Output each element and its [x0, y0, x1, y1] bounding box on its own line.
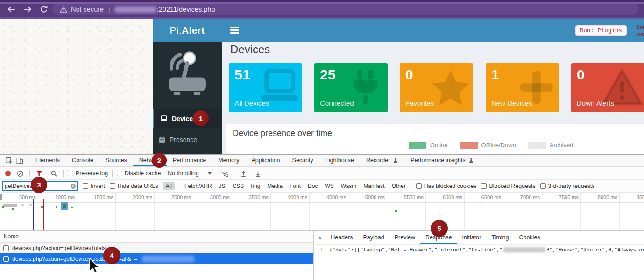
close-icon[interactable]: ×	[318, 235, 322, 241]
timeline-tick-6500ms: 6500 ms	[465, 193, 503, 231]
page-title: Devices	[230, 43, 270, 56]
devtools-tab-lighthouse[interactable]: Lighthouse	[319, 155, 360, 166]
clear-filter-icon[interactable]: ×	[71, 184, 76, 189]
device-toolbar-icon[interactable]	[14, 156, 24, 166]
filter-chip-css[interactable]: CSS	[230, 182, 247, 190]
filter-chip-doc[interactable]: Doc	[305, 182, 320, 190]
request-detail-tabs: × Headers Payload Preview Response Initi…	[314, 231, 644, 245]
filter-chip-wasm[interactable]: Wasm	[338, 182, 360, 190]
devtools-tab-application[interactable]: Application	[245, 155, 286, 166]
network-filter-row: × Invert Hide data URLs AllFetch/XHRJSCS…	[0, 180, 644, 193]
forward-icon[interactable]	[23, 5, 33, 14]
legend-item-archived[interactable]: Archived	[528, 142, 573, 149]
experiment-flask-icon	[468, 158, 474, 164]
export-har-icon[interactable]	[253, 168, 263, 179]
star-icon	[430, 69, 471, 107]
filter-chip-all[interactable]: All	[163, 182, 175, 190]
back-icon[interactable]	[7, 5, 16, 14]
dom-content-loaded-line	[33, 199, 34, 230]
request-row-get-devices-list[interactable]: devices.php?action=getDevicesList&status…	[0, 253, 313, 264]
filter-chip-font[interactable]: Font	[287, 182, 304, 190]
devtools-tab-performance-insights[interactable]: Performance insights	[404, 155, 480, 166]
card-connected[interactable]: 25 Connected	[314, 63, 388, 112]
network-conditions-icon[interactable]	[219, 168, 230, 179]
request-checkbox[interactable]	[3, 245, 9, 251]
preserve-log-checkbox[interactable]: Preserve log	[68, 170, 108, 177]
annotation-step-1: 1	[193, 110, 209, 126]
devtools-tab-memory[interactable]: Memory	[212, 155, 245, 166]
archived-swatch	[528, 142, 546, 149]
devtools-tab-recorder[interactable]: Recorder	[360, 155, 404, 166]
devtools-tab-elements[interactable]: Elements	[29, 155, 66, 166]
disable-cache-checkbox[interactable]: Disable cache	[117, 170, 161, 177]
timeline-activity-mark	[3, 204, 17, 207]
timeline-tick-2000ms: 2000 ms	[116, 193, 155, 231]
response-json-text: {"data":[["laptop","Net - Huawei","Inter…	[326, 245, 644, 255]
response-body-line[interactable]: 1 {"data":[["laptop","Net - Huawei","Int…	[314, 245, 644, 255]
devtools-tab-sources[interactable]: Sources	[99, 155, 133, 166]
browser-toolbar: Not secure | :20211/devices.php	[0, 0, 644, 19]
separator	[112, 170, 113, 177]
filter-chip-js[interactable]: JS	[216, 182, 228, 190]
detail-tab-initiator[interactable]: Initiator	[457, 231, 486, 244]
app-topbar: Run: Plugins Sym (28,	[222, 19, 644, 42]
laptop-icon	[160, 115, 168, 122]
record-button[interactable]	[5, 171, 11, 176]
card-favorites[interactable]: 0 Favorites	[400, 63, 473, 112]
inspect-element-icon[interactable]	[4, 156, 14, 166]
timeline-request-dot	[41, 206, 43, 208]
annotation-step-4: 4	[103, 247, 120, 264]
run-plugins-button[interactable]: Run: Plugins	[575, 25, 627, 36]
network-overview-timeline[interactable]: 500 ms1000 ms1500 ms2000 ms2500 ms3000 m…	[0, 193, 644, 231]
sidebar-item-presence[interactable]: Presence	[153, 130, 222, 149]
detail-tab-cookies[interactable]: Cookies	[514, 231, 545, 244]
reload-icon[interactable]	[39, 5, 49, 14]
hide-data-urls-checkbox[interactable]: Hide data URLs	[110, 183, 158, 189]
hamburger-menu-icon[interactable]	[230, 27, 239, 34]
timeline-request-dot	[2, 206, 4, 208]
address-bar[interactable]: Not secure | :20211/devices.php	[52, 4, 639, 15]
timeline-tick-8500ms: 8500 ms	[620, 193, 644, 231]
clear-icon[interactable]	[15, 168, 25, 179]
request-list-pane: Name devices.php?action=getDevicesTotals…	[0, 231, 314, 280]
page-background-texture	[0, 19, 153, 154]
filter-chip-ws[interactable]: WS	[322, 182, 336, 190]
detail-tab-headers[interactable]: Headers	[326, 231, 358, 244]
card-all-devices[interactable]: 51 All Devices	[229, 63, 302, 112]
filter-chip-fetch-xhr[interactable]: Fetch/XHR	[182, 182, 215, 190]
legend-item-online[interactable]: Online	[409, 142, 448, 149]
filter-chip-img[interactable]: Img	[248, 182, 263, 190]
devtools-tab-console[interactable]: Console	[66, 155, 99, 166]
third-party-requests-checkbox[interactable]: 3rd-party requests	[540, 183, 595, 189]
card-down-alerts[interactable]: 0 Down Alerts	[571, 63, 644, 112]
sidebar: Pi.Alert Devices P	[153, 19, 222, 154]
detail-tab-preview[interactable]: Preview	[389, 231, 420, 244]
import-har-icon[interactable]	[239, 168, 249, 179]
devtools-tab-security[interactable]: Security	[286, 155, 319, 166]
legend-item-offline[interactable]: Offline/Down	[460, 142, 516, 149]
chart-legend: Online Offline/Down Archived	[409, 142, 573, 149]
devtools-tab-performance[interactable]: Performance	[167, 155, 212, 166]
timeline-tick-8000ms: 8000 ms	[581, 193, 620, 231]
throttling-dropdown[interactable]: No throttling	[168, 170, 211, 177]
request-checkbox[interactable]	[3, 256, 9, 262]
redacted-query-token	[142, 256, 194, 262]
card-new-devices[interactable]: 1 New Devices	[486, 63, 559, 112]
invert-checkbox[interactable]: Invert	[83, 183, 105, 189]
presence-panel: Device presence over time	[226, 124, 644, 154]
line-number: 1	[314, 245, 326, 255]
search-icon[interactable]	[49, 168, 59, 179]
detail-tab-timing[interactable]: Timing	[486, 231, 514, 244]
sidebar-item-devices[interactable]: Devices	[153, 109, 222, 128]
filter-chip-other[interactable]: Other	[389, 182, 409, 190]
request-name-column-header[interactable]: Name	[0, 231, 313, 243]
sync-status-text: Sym (28,	[636, 23, 644, 39]
filter-chip-manifest[interactable]: Manifest	[361, 182, 387, 190]
blocked-requests-checkbox[interactable]: Blocked Requests	[481, 183, 535, 189]
devtools-tabbar: Elements Console Sources Network Perform…	[0, 155, 644, 167]
has-blocked-cookies-checkbox[interactable]: Has blocked cookies	[416, 183, 477, 189]
filter-chip-media[interactable]: Media	[264, 182, 285, 190]
app-logo-text[interactable]: Pi.Alert	[153, 19, 222, 42]
request-row-get-devices-totals[interactable]: devices.php?action=getDevicesTotals	[0, 243, 313, 253]
detail-tab-payload[interactable]: Payload	[358, 231, 389, 244]
